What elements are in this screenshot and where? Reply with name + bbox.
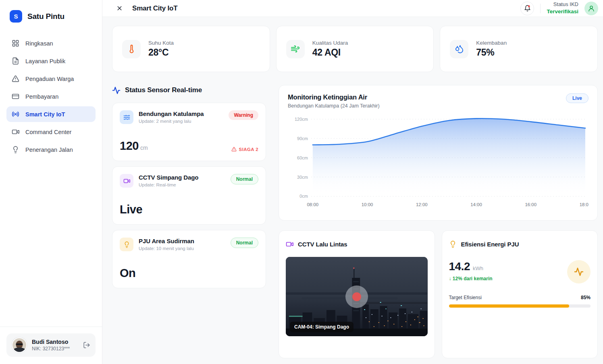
video-camera-icon: [12, 128, 19, 136]
droplets-icon: [450, 40, 468, 58]
sidebar: S Satu Pintu Ringkasan Layanan Publik Pe…: [0, 0, 102, 364]
water-level-chart-card: Monitoring Ketinggian Air Bendungan Katu…: [279, 85, 598, 221]
sidebar-footer: Budi Santoso NIK: 32730123***: [0, 327, 102, 364]
sidebar-item-layanan-publik[interactable]: Layanan Publik: [6, 53, 96, 69]
user-name: Budi Santoso: [32, 339, 70, 345]
camera-label: CAM-04: Simpang Dago: [290, 322, 353, 332]
record-button[interactable]: [345, 285, 368, 308]
record-icon: [352, 292, 361, 301]
x-tick: 08:00: [307, 202, 319, 207]
x-tick: 16:00: [525, 202, 536, 207]
stat-value: 28°C: [148, 47, 174, 58]
sidebar-item-ringkasan[interactable]: Ringkasan: [6, 35, 96, 51]
chart-title: Monitoring Ketinggian Air: [288, 93, 380, 101]
x-tick: 12:00: [416, 202, 428, 207]
stat-value: 75%: [476, 47, 507, 58]
sensor-unit: cm: [140, 145, 148, 151]
user-nik: NIK: 32730123***: [32, 346, 70, 352]
lightbulb-icon: [449, 240, 457, 248]
status-badge: Normal: [231, 238, 258, 248]
energy-panel: Efisiensi Energi PJU 14.2 kWh ↓ 12% dari…: [442, 230, 598, 358]
live-badge: Live: [566, 93, 588, 103]
dashboard-icon: [12, 39, 19, 47]
waves-icon: [120, 110, 133, 124]
cctv-video-frame: CAM-04: Simpang Dago: [286, 257, 428, 336]
y-tick: 60cm: [297, 155, 308, 160]
panel-title: Efisiensi Energi PJU: [461, 241, 519, 248]
main-area: Smart City IoT Status IKD Terverifikasi: [102, 0, 603, 364]
target-value: 85%: [581, 295, 591, 300]
status-ikd-label: Status IKD: [547, 1, 578, 8]
chart-area-fill: [313, 118, 585, 196]
sidebar-item-label: Ringkasan: [25, 40, 53, 47]
sidebar-item-label: Pembayaran: [25, 93, 58, 100]
stat-label: Suhu Kota: [148, 40, 174, 46]
logout-button[interactable]: [83, 341, 90, 349]
close-button[interactable]: [114, 3, 125, 14]
sidebar-item-label: Layanan Publik: [25, 58, 65, 64]
section-title: Status Sensor Real-time: [125, 86, 202, 94]
y-tick: 30cm: [297, 175, 308, 180]
bottom-row: CCTV Lalu Lintas: [279, 230, 598, 358]
stats-row: Suhu Kota 28°C Kualitas Udara 42 AQI K: [112, 26, 598, 72]
sidebar-item-penerangan-jalan[interactable]: Penerangan Jalan: [6, 142, 96, 157]
sidebar-item-label: Smart City IoT: [25, 111, 65, 118]
y-tick: 120cm: [295, 117, 308, 122]
y-tick: 0cm: [299, 194, 308, 199]
energy-value: 14.2: [449, 260, 470, 273]
profile-button[interactable]: [584, 2, 598, 15]
sidebar-item-label: Penerangan Jalan: [25, 147, 73, 153]
sidebar-item-pembayaran[interactable]: Pembayaran: [6, 89, 96, 104]
page-title: Smart City IoT: [132, 4, 177, 12]
sensor-card-bendungan: Bendungan Katulampa Update: 2 menit yang…: [112, 103, 266, 161]
video-camera-icon: [120, 174, 133, 188]
sensor-name: PJU Area Sudirman: [139, 238, 194, 244]
sensor-name: Bendungan Katulampa: [139, 110, 204, 117]
efficiency-progress-fill: [449, 304, 570, 308]
header-divider: [540, 4, 541, 13]
status-badge: Normal: [231, 174, 258, 184]
logout-icon: [83, 341, 90, 349]
broadcast-icon: [12, 110, 19, 118]
energy-unit: kWh: [473, 265, 483, 271]
energy-trend: ↓ 12% dari kemarin: [449, 276, 493, 281]
notifications-button[interactable]: [520, 2, 534, 15]
status-ikd-block: Status IKD Terverifikasi: [547, 1, 578, 15]
pulse-icon: [567, 260, 591, 283]
stat-label: Kualitas Udara: [312, 40, 348, 46]
header-right: Status IKD Terverifikasi: [520, 1, 598, 15]
logo-icon: S: [10, 10, 22, 23]
status-badge: Warning: [229, 110, 258, 120]
sidebar-item-pengaduan-warga[interactable]: Pengaduan Warga: [6, 71, 96, 87]
video-camera-icon: [286, 240, 293, 248]
lightbulb-icon: [12, 146, 19, 153]
lightbulb-icon: [120, 238, 133, 251]
document-icon: [12, 57, 19, 65]
sensor-card-cctv: CCTV Simpang Dago Update: Real-time Norm…: [112, 166, 266, 225]
close-icon: [116, 5, 123, 12]
sidebar-item-label: Command Center: [25, 129, 71, 135]
sensor-value: 120: [120, 139, 139, 152]
header: Smart City IoT Status IKD Terverifikasi: [102, 0, 603, 17]
sensor-column: Status Sensor Real-time Bendungan Katula…: [112, 85, 266, 358]
sidebar-item-label: Pengaduan Warga: [25, 76, 74, 82]
sidebar-item-smart-city-iot[interactable]: Smart City IoT: [6, 106, 96, 122]
sensor-name: CCTV Simpang Dago: [139, 174, 198, 181]
right-column: Monitoring Ketinggian Air Bendungan Katu…: [279, 85, 598, 358]
content: Suhu Kota 28°C Kualitas Udara 42 AQI K: [102, 17, 603, 364]
siaga-alert: SIAGA 2: [231, 147, 258, 152]
y-tick: 90cm: [297, 136, 308, 141]
app-logo: S Satu Pintu: [0, 0, 102, 34]
user-card: Budi Santoso NIK: 32730123***: [6, 333, 96, 357]
stat-card-suhu-kota: Suhu Kota 28°C: [112, 26, 270, 72]
activity-icon: [112, 86, 121, 95]
chart-subtitle: Bendungan Katulampa (24 Jam Terakhir): [288, 103, 380, 109]
alert-triangle-icon: [12, 75, 19, 83]
status-ikd-value: Terverifikasi: [547, 8, 578, 15]
bell-icon: [524, 5, 531, 12]
sensor-card-pju: PJU Area Sudirman Update: 10 menit yang …: [112, 230, 266, 288]
sidebar-item-command-center[interactable]: Command Center: [6, 124, 96, 140]
panel-title: CCTV Lalu Lintas: [298, 241, 347, 248]
stat-value: 42 AQI: [312, 47, 348, 58]
user-avatar: [12, 337, 27, 353]
